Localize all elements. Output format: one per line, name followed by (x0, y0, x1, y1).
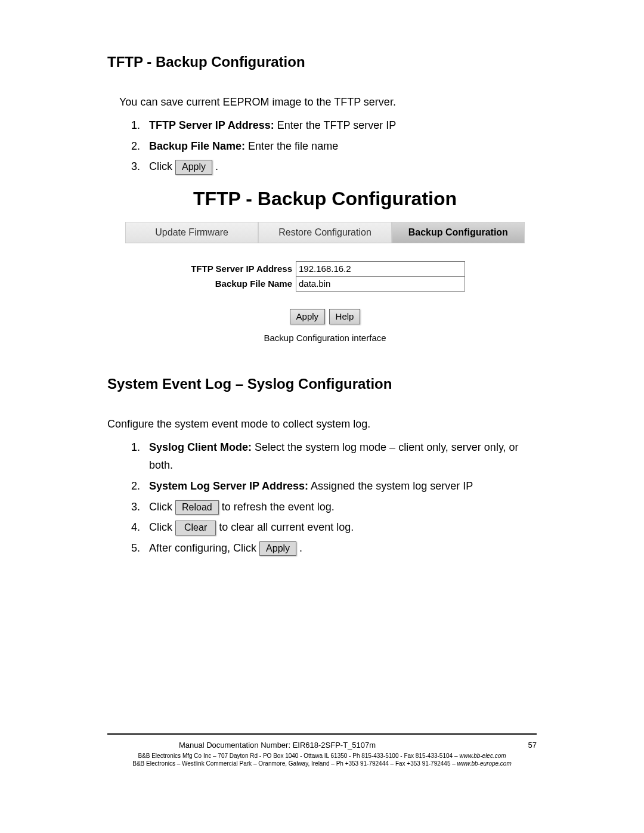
clear-button-inline[interactable]: Clear (175, 521, 216, 535)
tab-update-firmware[interactable]: Update Firmware (125, 222, 258, 243)
section1-steps: TFTP Server IP Address: Enter the TFTP s… (131, 116, 537, 176)
s2-step3-pre: Click (149, 501, 175, 513)
reload-button-inline[interactable]: Reload (175, 500, 219, 515)
step3-post: . (212, 160, 218, 172)
form-row-ip: TFTP Server IP Address (185, 261, 465, 276)
section2-steps: Syslog Client Mode: Select the system lo… (131, 438, 537, 558)
s2-step4-pre: Click (149, 521, 175, 533)
s2-step4-post: to clear all current event log. (216, 521, 354, 533)
footer-address-2: B&B Electronics – Westlink Commercial Pa… (107, 760, 537, 767)
footer-b-site: www.bb-europe.com (457, 760, 512, 767)
s2-step2-label: System Log Server IP Address: (149, 480, 308, 492)
embedded-interface: TFTP - Backup Configuration Update Firmw… (113, 188, 537, 343)
page-number: 57 (528, 741, 537, 750)
s2-step3-post: to refresh the event log. (219, 501, 335, 513)
footer-a-pre: B&B Electronics Mfg Co Inc – 707 Dayton … (138, 753, 459, 759)
apply-button-inline[interactable]: Apply (175, 160, 212, 175)
tabbar: Update Firmware Restore Configuration Ba… (125, 222, 525, 243)
s2-step1-label: Syslog Client Mode: (149, 441, 252, 453)
apply-button[interactable]: Apply (290, 309, 326, 324)
help-button[interactable]: Help (329, 309, 361, 324)
page-footer: Manual Documentation Number: EIR618-2SFP… (107, 733, 537, 767)
section2-heading: System Event Log – Syslog Configuration (107, 376, 537, 392)
tab-backup-configuration[interactable]: Backup Configuration (392, 222, 525, 243)
section2-intro: Configure the system event mode to colle… (107, 416, 537, 432)
footer-docnumber-line: Manual Documentation Number: EIR618-2SFP… (107, 741, 447, 750)
embedded-caption: Backup Configuration interface (113, 333, 537, 343)
step2-text: Enter the file name (245, 140, 338, 152)
step-item: System Log Server IP Address: Assigned t… (143, 477, 537, 496)
step1-label: TFTP Server IP Address: (149, 119, 274, 131)
footer-address-1: B&B Electronics Mfg Co Inc – 707 Dayton … (107, 752, 537, 760)
footer-b-pre: B&B Electronics – Westlink Commercial Pa… (132, 760, 457, 767)
section1-heading: TFTP - Backup Configuration (107, 54, 537, 70)
step-item: Click Apply . (143, 157, 537, 176)
step-item: Click Clear to clear all current event l… (143, 518, 537, 537)
s2-step2-text: Assigned the system log server IP (308, 480, 473, 492)
step3-pre: Click (149, 160, 175, 172)
embedded-title: TFTP - Backup Configuration (113, 188, 537, 210)
file-input[interactable] (296, 276, 465, 292)
ip-input[interactable] (296, 261, 465, 277)
footer-rule (107, 733, 537, 735)
tab-restore-configuration[interactable]: Restore Configuration (258, 222, 391, 243)
s2-step5-post: . (296, 542, 302, 554)
s2-step5-pre: After configuring, Click (149, 542, 259, 554)
step-item: Backup File Name: Enter the file name (143, 137, 537, 156)
embedded-buttons: Apply Help (113, 309, 537, 324)
ip-label: TFTP Server IP Address (185, 261, 296, 276)
step-item: After configuring, Click Apply . (143, 539, 537, 558)
apply-button-inline-2[interactable]: Apply (259, 541, 296, 556)
file-label: Backup File Name (185, 276, 296, 291)
step-item: TFTP Server IP Address: Enter the TFTP s… (143, 116, 537, 135)
step-item: Syslog Client Mode: Select the system lo… (143, 438, 537, 475)
footer-a-site: www.bb-elec.com (459, 753, 506, 759)
section1-intro: You can save current EEPROM image to the… (119, 94, 537, 110)
step2-label: Backup File Name: (149, 140, 245, 152)
step-item: Click Reload to refresh the event log. (143, 498, 537, 516)
footer-docnumber: Manual Documentation Number: EIR618-2SFP… (179, 741, 376, 750)
form-row-file: Backup File Name (185, 276, 465, 291)
step1-text: Enter the TFTP server IP (274, 119, 396, 131)
form-block: TFTP Server IP Address Backup File Name (185, 261, 465, 291)
